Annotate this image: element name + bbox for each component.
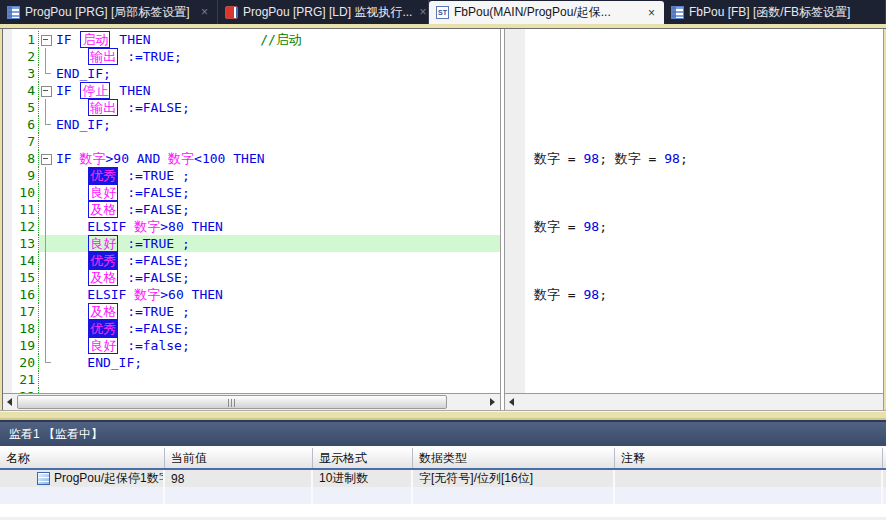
code-line[interactable]: 15 及格 :=FALSE; <box>3 269 500 286</box>
watch-col-header[interactable]: 注释 <box>615 448 883 468</box>
bit-variable-on[interactable]: 优秀 <box>88 167 118 184</box>
tab-close-icon[interactable]: × <box>199 5 210 19</box>
code-line-content: 良好 :=false; <box>39 337 500 354</box>
code-line[interactable]: 3END_IF; <box>3 65 500 82</box>
bit-variable[interactable]: 良好 <box>88 337 118 354</box>
code-line[interactable]: 16 ELSIF 数字>60 THEN <box>3 286 500 303</box>
code-line[interactable]: 9 优秀 :=TRUE ; <box>3 167 500 184</box>
code-line[interactable]: 21 <box>3 371 500 388</box>
watch-cell-type[interactable]: 字[无符号]/位列[16位] <box>413 470 615 487</box>
watch-cell-value[interactable]: 98 <box>165 470 313 487</box>
bit-variable-on[interactable]: 优秀 <box>88 252 118 269</box>
keyword: <100 THEN <box>194 151 264 166</box>
bit-variable[interactable]: 及格 <box>88 303 118 320</box>
word-variable[interactable]: 数字 <box>134 219 160 234</box>
editor-tab[interactable]: STFbPou(MAIN/ProgPou/起保...× <box>429 1 664 24</box>
line-number: 1 <box>3 31 39 48</box>
st-editor-region: 1IF 启动 THEN //启动2 输出 :=TRUE;3END_IF;4IF … <box>0 28 886 410</box>
watch-cell-empty[interactable] <box>615 487 883 504</box>
editor-tab[interactable]: FbPou [FB] [函数/FB标签设置] <box>664 0 886 24</box>
bit-variable[interactable]: 输出 <box>88 48 118 65</box>
watch-cell-name[interactable]: ProgPou/起保停1数字 <box>0 470 165 487</box>
word-variable[interactable]: 数字 <box>79 151 105 166</box>
code-line[interactable]: 7 <box>3 133 500 150</box>
keyword: >90 AND <box>105 151 168 166</box>
watch-row-empty[interactable] <box>0 487 886 504</box>
bit-variable[interactable]: 良好 <box>88 235 118 252</box>
tab-close-icon[interactable]: × <box>646 6 657 20</box>
fold-guide <box>39 235 56 252</box>
watch-col-header[interactable]: 当前值 <box>165 448 313 468</box>
fold-toggle-icon[interactable] <box>39 31 56 48</box>
bit-variable[interactable]: 输出 <box>88 99 118 116</box>
fold-guide <box>39 201 56 218</box>
code-line[interactable]: 12 ELSIF 数字>80 THEN <box>3 218 500 235</box>
code-line[interactable]: 10 良好 :=FALSE; <box>3 184 500 201</box>
code-line[interactable]: 20 END_IF; <box>3 354 500 371</box>
watch-col-header[interactable]: 数据类型 <box>413 448 615 468</box>
fold-toggle-icon[interactable] <box>39 82 56 99</box>
watch-cell-empty[interactable] <box>313 487 413 504</box>
code-line[interactable]: 11 及格 :=FALSE; <box>3 201 500 218</box>
monitor-h-scrollbar[interactable] <box>505 393 883 410</box>
code-text: END_IF; <box>56 65 500 82</box>
code-text: IF 停止 THEN <box>56 82 500 99</box>
watch-col-header[interactable]: 名称 <box>0 448 165 468</box>
watch-cell-empty[interactable] <box>413 487 615 504</box>
scroll-right-arrow-icon[interactable] <box>490 398 495 406</box>
bit-variable[interactable]: 良好 <box>88 184 118 201</box>
code-line[interactable]: 6END_IF; <box>3 116 500 133</box>
code-line[interactable]: 1IF 启动 THEN //启动 <box>3 31 500 48</box>
code-text <box>56 371 500 388</box>
fold-toggle-icon[interactable] <box>39 150 56 167</box>
code-line[interactable]: 17 及格 :=TRUE ; <box>3 303 500 320</box>
code-h-scrollbar[interactable] <box>3 393 500 410</box>
code-line[interactable]: 19 良好 :=false; <box>3 337 500 354</box>
line-number: 12 <box>3 218 39 235</box>
code-line[interactable]: 18 优秀 :=FALSE; <box>3 320 500 337</box>
monitor-value-row: 数字 = 98; <box>534 286 607 303</box>
scroll-thumb[interactable] <box>17 395 447 409</box>
monitor-label: ; <box>599 219 607 234</box>
bit-variable[interactable]: 启动 <box>80 31 110 48</box>
bit-variable[interactable]: 停止 <box>80 82 110 99</box>
code-line[interactable]: 14 优秀 :=FALSE; <box>3 252 500 269</box>
bit-variable[interactable]: 及格 <box>88 269 118 286</box>
watch-cell-empty[interactable] <box>165 487 313 504</box>
fold-guide <box>39 99 56 116</box>
line-number: 15 <box>3 269 39 286</box>
watch-col-header[interactable]: 显示格式 <box>313 448 413 468</box>
code-line[interactable]: 2 输出 :=TRUE; <box>3 48 500 65</box>
monitor-value: 98 <box>583 287 599 302</box>
code-line-content: ELSIF 数字>80 THEN <box>39 218 500 235</box>
code-text: 优秀 :=FALSE; <box>56 320 500 337</box>
code-text: 良好 :=false; <box>56 337 500 354</box>
code-text: 优秀 :=FALSE; <box>56 252 500 269</box>
watch-cell-comment[interactable] <box>615 470 883 487</box>
indent <box>56 236 87 251</box>
monitor-label: 数字 = <box>534 287 583 302</box>
scroll-left-arrow-icon[interactable] <box>509 398 514 406</box>
word-variable[interactable]: 数字 <box>134 287 160 302</box>
code-text: 输出 :=FALSE; <box>56 99 500 116</box>
code-line[interactable]: 5 输出 :=FALSE; <box>3 99 500 116</box>
code-editor[interactable]: 1IF 启动 THEN //启动2 输出 :=TRUE;3END_IF;4IF … <box>3 29 500 393</box>
editor-tab[interactable]: ProgPou [PRG] [LD] 监视执行...× <box>218 0 429 24</box>
tab-close-icon[interactable]: × <box>417 5 428 19</box>
indent <box>56 168 87 183</box>
code-line-content: 及格 :=FALSE; <box>39 201 500 218</box>
monitor-value: 98 <box>664 151 680 166</box>
word-variable[interactable]: 数字 <box>168 151 194 166</box>
watch-row[interactable]: ProgPou/起保停1数字9810进制数字[无符号]/位列[16位] <box>0 470 886 487</box>
editor-tab[interactable]: ProgPou [PRG] [局部标签设置]× <box>0 0 218 24</box>
bit-variable-on[interactable]: 优秀 <box>88 320 118 337</box>
code-line-content: END_IF; <box>39 354 500 371</box>
watch-cell-empty[interactable] <box>0 487 165 504</box>
code-line-current[interactable]: 13 良好 :=TRUE ; <box>3 235 500 252</box>
code-line[interactable]: 8IF 数字>90 AND 数字<100 THEN <box>3 150 500 167</box>
scroll-left-arrow-icon[interactable] <box>7 398 12 406</box>
bit-variable[interactable]: 及格 <box>88 201 118 218</box>
watch-cell-format[interactable]: 10进制数 <box>313 470 413 487</box>
code-line[interactable]: 4IF 停止 THEN <box>3 82 500 99</box>
monitor-frame-bottom <box>0 410 886 420</box>
